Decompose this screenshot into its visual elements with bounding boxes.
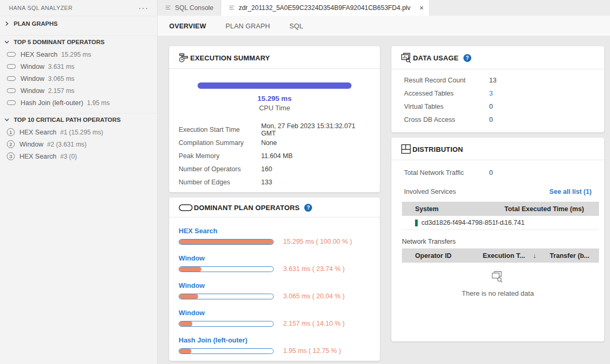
operator-time: 15.295 ms: [61, 51, 91, 58]
involved-services-row: Involved Services See all list (1): [391, 185, 604, 198]
operator-bar-row: 3.065 ms ( 20.04 % ): [179, 293, 370, 300]
top10-header[interactable]: TOP 10 CRITICAL PATH OPERATORS: [0, 113, 157, 126]
card-title: DATA USAGE: [413, 54, 459, 62]
operator-name: Window: [20, 63, 45, 70]
row-label: Execution Start Time: [179, 126, 261, 133]
number-circle-icon: 2: [7, 140, 15, 148]
tab-sql-console[interactable]: SQL Console: [158, 0, 221, 16]
column-transfer-bytes[interactable]: Transfer (b...: [550, 252, 599, 259]
number-circle-icon: 3: [7, 152, 15, 160]
row-value: 11.604 MB: [261, 152, 293, 160]
dominant-operator-item: Hash Join (left-outer) 1.95 ms ( 12.75 %…: [179, 336, 370, 355]
overview-content: EXECUTION SUMMARY 15.295 ms CPU Time Exe…: [158, 36, 610, 364]
section-top10-critical-path: TOP 10 CRITICAL PATH OPERATORS 1 HEX Sea…: [0, 113, 157, 167]
data-usage-rows: Result Record Count 13 Accessed Tables 3…: [391, 74, 604, 126]
no-data-empty-state: There is no related data: [391, 271, 604, 297]
sidebar-item-operator[interactable]: HEX Search 15.295 ms: [0, 48, 157, 60]
row-label: Compilation Summary: [179, 139, 261, 147]
close-icon[interactable]: ×: [419, 5, 423, 11]
operator-name: Hash Join (left-outer): [20, 99, 83, 107]
top5-header[interactable]: TOP 5 DOMINANT OPERATORS: [0, 36, 157, 48]
distribution-icon: [401, 144, 411, 154]
operator-link[interactable]: Window: [179, 254, 370, 262]
see-all-list-link[interactable]: See all list (1): [550, 188, 592, 195]
tab-overview[interactable]: OVERVIEW: [169, 22, 206, 30]
total-network-traffic-row: Total Network Traffic 0: [391, 166, 604, 179]
top10-header-label: TOP 10 CRITICAL PATH OPERATORS: [14, 117, 121, 123]
detail-row: Number of Operators 160: [179, 162, 370, 175]
help-icon[interactable]: ?: [463, 54, 471, 62]
section-plan-graphs: PLAN GRAPHS: [0, 16, 157, 35]
execution-summary-header: EXECUTION SUMMARY: [169, 46, 380, 69]
operator-bar-row: 2.157 ms ( 14.10 % ): [179, 320, 370, 327]
operator-name: HEX Search: [20, 50, 57, 58]
row-label: Accessed Tables: [404, 90, 489, 97]
column-execution-time[interactable]: Execution T...: [483, 252, 525, 259]
operator-bar-row: 3.631 ms ( 23.74 % ): [179, 265, 370, 273]
column-system[interactable]: System: [402, 205, 504, 213]
column-total-executed-time[interactable]: Total Executed Time (ms): [504, 205, 599, 213]
sidebar-item-critical-operator[interactable]: 3 HEX Search #3 (0): [0, 150, 157, 162]
operator-oval-icon: [7, 64, 16, 69]
detail-row: Cross DB Access 0: [404, 113, 592, 126]
row-label: Peak Memory: [179, 152, 261, 160]
sidebar-item-critical-operator[interactable]: 2 Window #2 (3.631 ms): [0, 138, 157, 150]
tab-plan-graph[interactable]: PLAN GRAPH: [225, 22, 270, 30]
sidebar-item-critical-operator[interactable]: 1 HEX Search #1 (15.295 ms): [0, 126, 157, 138]
operator-link[interactable]: Window: [179, 309, 370, 317]
operator-bar-fill: [179, 267, 201, 272]
execution-summary-icon: [179, 53, 189, 63]
operator-bar-row: 1.95 ms ( 12.75 % ): [179, 347, 370, 355]
sidebar-item-operator[interactable]: Window 3.065 ms: [0, 72, 157, 85]
detail-row: Virtual Tables 0: [404, 100, 592, 113]
row-label: Cross DB Access: [404, 116, 489, 123]
top5-header-label: TOP 5 DOMINANT OPERATORS: [14, 39, 105, 45]
hana-sql-analyzer-window: HANA SQL ANALYZER ··· PLAN GRAPHS TOP 5 …: [0, 0, 610, 364]
chevron-down-icon: [3, 38, 11, 46]
involved-services-label: Involved Services: [404, 188, 456, 195]
dominant-operator-item: Window 2.157 ms ( 14.10 % ): [179, 309, 370, 327]
operator-bar-fill: [179, 294, 198, 299]
operator-oval-icon: [7, 52, 16, 57]
operator-bar-row: 15.295 ms ( 100.00 % ): [179, 238, 370, 245]
detail-row: Compilation Summary None: [179, 136, 370, 149]
detail-row: Number of Edges 133: [179, 175, 370, 189]
data-usage-header: DATA USAGE ?: [391, 46, 604, 69]
no-data-text: There is no related data: [391, 289, 604, 297]
card-title: DOMINANT PLAN OPERATORS: [194, 204, 299, 212]
dominant-operator-item: Window 3.631 ms ( 23.74 % ): [179, 254, 370, 273]
operator-name: Window: [19, 140, 44, 148]
sidebar-item-operator[interactable]: Window 3.631 ms: [0, 60, 157, 72]
operator-rank-time: #1 (15.295 ms): [60, 129, 103, 136]
detail-row: Execution Start Time Mon, 27 Feb 2023 15…: [179, 123, 370, 136]
detail-row: Accessed Tables 3: [404, 87, 592, 100]
row-label: Result Record Count: [404, 77, 489, 84]
accessed-tables-link[interactable]: 3: [489, 90, 493, 97]
sidebar-item-operator[interactable]: Hash Join (left-outer) 1.95 ms: [0, 97, 157, 109]
column-operator-id[interactable]: Operator ID: [402, 252, 483, 259]
detail-row: Result Record Count 13: [404, 74, 592, 87]
service-row[interactable]: cd3d1826-f494-4798-851f-da2( 16.741: [402, 216, 599, 230]
operator-link[interactable]: HEX Search: [179, 227, 370, 235]
tab-plv-file[interactable]: zdr_201132_5A0E59C2324D354B9FA92041CB653…: [221, 0, 429, 16]
file-lines-icon: [165, 5, 171, 11]
cpu-time-value: 15.295 ms: [169, 95, 380, 102]
sort-descending-icon[interactable]: ↓: [533, 252, 536, 259]
operator-rank-time: #2 (3.631 ms): [47, 141, 87, 148]
tab-sql[interactable]: SQL: [290, 22, 303, 30]
operator-value: 3.631 ms ( 23.74 % ): [283, 265, 345, 273]
help-icon[interactable]: ?: [304, 204, 312, 212]
involved-services-table: System Total Executed Time (ms) cd3d1826…: [402, 202, 599, 230]
operator-link[interactable]: Hash Join (left-outer): [179, 336, 370, 344]
plan-graphs-label: PLAN GRAPHS: [14, 20, 58, 27]
dominant-operators-header: DOMINANT PLAN OPERATORS ?: [169, 197, 380, 217]
operator-bar-fill: [179, 349, 191, 353]
more-actions-icon[interactable]: ···: [139, 5, 149, 11]
tab-label: SQL Console: [175, 4, 213, 12]
operator-bar: [179, 239, 274, 245]
plan-graphs-header[interactable]: PLAN GRAPHS: [0, 16, 157, 31]
dominant-plan-operators-card: DOMINANT PLAN OPERATORS ? HEX Search 15.…: [169, 197, 380, 361]
sidebar-item-operator[interactable]: Window 2.157 ms: [0, 85, 157, 97]
service-system-id: cd3d1826-f494-4798-851f-da2(: [421, 219, 504, 226]
operator-link[interactable]: Window: [179, 282, 370, 289]
